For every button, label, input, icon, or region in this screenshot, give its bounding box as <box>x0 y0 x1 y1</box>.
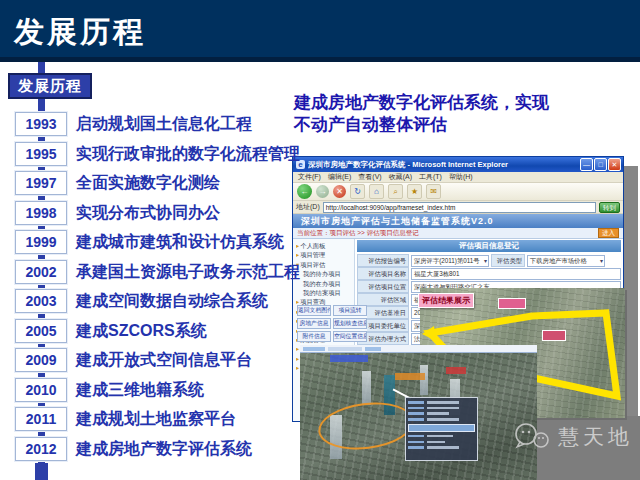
forward-icon[interactable]: → <box>316 185 329 198</box>
report-number-select[interactable]: 深房评字(2011)第011号 <box>411 255 489 267</box>
year-box: 1998 <box>15 201 67 225</box>
tree-item[interactable]: ▸个人面板 <box>296 241 354 250</box>
app-header: 深圳市房地产评估与土地储备监管系统V2.0 <box>293 214 623 228</box>
action-button[interactable]: 返回文档图件 <box>297 305 331 316</box>
refresh-icon[interactable]: ↻ <box>350 184 365 199</box>
menu-file[interactable]: 文件(F) <box>298 172 321 182</box>
action-button[interactable]: 空间位置信息 <box>333 331 367 342</box>
tree-item[interactable]: ▸项目管理 <box>296 250 354 259</box>
folder-icon: ▸ <box>296 355 299 362</box>
field-label: 评估项目名称 <box>357 267 409 280</box>
browser-window-title: 深圳市房地产数字化评估系统 - Microsoft Internet Explo… <box>308 160 580 170</box>
app-subnav: 当前位置：项目评估 >> 评估项目信息登记 进入 <box>293 228 623 239</box>
building-label <box>542 330 566 341</box>
year-box: 2002 <box>15 260 67 284</box>
folder-icon: ▸ <box>296 242 299 249</box>
menu-favorites[interactable]: 收藏(A) <box>389 172 412 182</box>
tree-item[interactable]: ▾项目评估 <box>296 260 354 269</box>
form-row: 评估项目名称 福星大厦3栋801 <box>357 267 621 280</box>
action-button[interactable]: 房地产信息 <box>297 318 331 329</box>
folder-icon: ▸ <box>296 251 299 258</box>
watermark: 慧天地 <box>514 423 633 451</box>
ui-chip <box>328 347 362 351</box>
skyscraper <box>420 365 428 395</box>
back-icon[interactable]: ← <box>297 184 312 199</box>
year-box: 2012 <box>15 437 67 461</box>
wechat-icon <box>514 423 552 451</box>
milestone-text: 全面实施数字化测绘 <box>76 173 220 194</box>
stop-icon[interactable]: ✕ <box>333 185 346 198</box>
building-label <box>498 298 526 309</box>
year-box: 2011 <box>15 407 67 431</box>
milestone-text: 建成城市建筑和设计仿真系统 <box>76 232 284 253</box>
ui-chip <box>365 347 381 351</box>
info-row-highlighted[interactable] <box>408 424 475 432</box>
map-text-label <box>446 367 466 374</box>
ui-chip <box>303 347 325 351</box>
form-title: 评估项目信息登记 <box>357 240 621 252</box>
timeline-spine-end <box>35 463 48 480</box>
action-button[interactable]: 规划核查信息 <box>333 318 367 329</box>
watermark-text: 慧天地 <box>558 423 633 451</box>
perspective-city-photo <box>300 345 537 480</box>
address-label: 地址(D) <box>296 202 320 212</box>
title-banner: 发展历程 <box>0 0 640 62</box>
section-heading: 建成房地产数字化评估系统，实现 不动产自动整体评估 <box>294 92 636 137</box>
year-box: 1995 <box>15 142 67 166</box>
menu-view[interactable]: 查看(V) <box>358 172 381 182</box>
timeline-badge: 发展历程 <box>8 73 92 99</box>
milestone-text: 建成房地产数字评估系统 <box>76 439 252 460</box>
search-icon[interactable]: ⌕ <box>388 184 403 199</box>
project-name-input[interactable]: 福星大厦3栋801 <box>411 268 621 280</box>
menu-tools[interactable]: 工具(T) <box>419 172 442 182</box>
action-button-grid: 返回文档图件 项目流转 房地产信息 规划核查信息 附件信息 空间位置信息 <box>297 305 367 342</box>
info-row <box>408 407 475 410</box>
browser-row-strip <box>300 345 537 353</box>
banner-divider <box>0 57 640 62</box>
year-box: 2003 <box>15 289 67 313</box>
minimize-button[interactable]: — <box>580 158 593 171</box>
address-input[interactable]: http://localhost:9090/app/frameset_index… <box>323 202 596 213</box>
milestone-text: 建成三维地籍系统 <box>76 380 204 401</box>
favorites-icon[interactable]: ★ <box>407 184 422 199</box>
milestone-text: 实现分布式协同办公 <box>76 203 220 224</box>
close-button[interactable]: ✕ <box>608 158 621 171</box>
map-text-label <box>395 373 425 380</box>
form-row: 评估报告编号 深房评字(2011)第011号 评估类型 下载房地产市场价格 <box>357 254 621 267</box>
info-row <box>408 441 475 444</box>
map-text-label <box>330 355 368 362</box>
tree-item[interactable]: 我的待办项目 <box>296 269 354 278</box>
info-row <box>408 446 475 449</box>
info-row <box>408 412 475 415</box>
home-icon[interactable]: ⌂ <box>369 184 384 199</box>
field-label: 评估项目位置 <box>357 280 409 293</box>
action-button[interactable]: 附件信息 <box>297 331 331 342</box>
info-row <box>408 401 475 404</box>
subnav-action-button[interactable]: 进入 <box>598 228 619 238</box>
year-box: 2005 <box>15 319 67 343</box>
skyscraper <box>362 371 371 405</box>
menu-edit[interactable]: 编辑(E) <box>328 172 351 182</box>
field-label: 评估类型 <box>491 254 525 267</box>
go-button[interactable]: 转到 <box>599 202 620 213</box>
action-button[interactable]: 项目流转 <box>333 305 367 316</box>
browser-toolbar: ← → ✕ ↻ ⌂ ⌕ ★ ✉ <box>293 183 623 201</box>
browser-titlebar[interactable]: e 深圳市房地产数字化评估系统 - Microsoft Internet Exp… <box>293 157 623 172</box>
field-label: 评估报告编号 <box>357 254 409 267</box>
tree-item[interactable]: 我的结案项目 <box>296 288 354 297</box>
year-box: 1993 <box>15 112 67 136</box>
maximize-button[interactable]: □ <box>594 158 607 171</box>
media-icon[interactable]: ✉ <box>426 184 441 199</box>
heading-line-2: 不动产自动整体评估 <box>294 114 636 136</box>
year-box: 2010 <box>15 378 67 402</box>
milestone-text: 建成SZCORS系统 <box>76 321 207 342</box>
eval-type-select[interactable]: 下载房地产市场价格 <box>527 255 605 267</box>
page-title: 发展历程 <box>14 12 146 53</box>
menu-help[interactable]: 帮助(H) <box>449 172 473 182</box>
milestone-text: 启动规划国土信息化工程 <box>76 114 252 135</box>
tree-item[interactable]: 我的在办项目 <box>296 279 354 288</box>
folder-icon: ▸ <box>296 345 299 352</box>
slide: 发展历程 发展历程 1993 启动规划国土信息化工程 1995 实现行政审批的数… <box>0 0 640 480</box>
result-display-tag: 评估结果展示 <box>418 293 474 308</box>
year-box: 1997 <box>15 171 67 195</box>
